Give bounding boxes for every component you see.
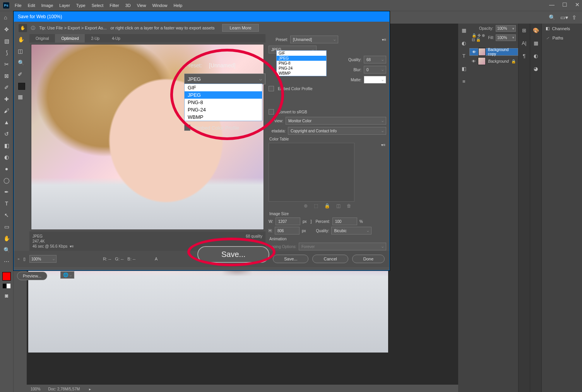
hand-icon[interactable]: ✋ xyxy=(19,24,27,32)
embed-checkbox[interactable] xyxy=(269,86,274,91)
slice-vis-icon[interactable]: ▦ xyxy=(18,94,26,101)
path-tool-icon[interactable]: ↖ xyxy=(2,211,11,219)
stamp-tool-icon[interactable]: ▲ xyxy=(2,118,11,127)
tab-original[interactable]: Original xyxy=(29,34,55,43)
panel-icon[interactable]: A| xyxy=(522,40,526,46)
preview-button[interactable]: Preview... xyxy=(17,272,47,280)
frame-tool-icon[interactable]: ⊠ xyxy=(2,72,11,80)
zoom-select[interactable]: 100%⌵ xyxy=(29,255,56,263)
panel-icon[interactable]: ◧ xyxy=(462,66,466,72)
overlay-embed-checkbox[interactable] xyxy=(184,125,190,131)
type-tool-icon[interactable]: T xyxy=(2,199,11,208)
menu-edit[interactable]: Edit xyxy=(28,3,35,8)
adjust-panel-icon[interactable]: ◐ xyxy=(534,53,538,59)
crop-tool-icon[interactable]: ✂ xyxy=(2,60,11,68)
convert-checkbox[interactable] xyxy=(269,109,274,115)
format-option[interactable]: GIF xyxy=(277,51,326,56)
metadata-select[interactable]: Copyright and Contact Info⌵ xyxy=(288,127,386,135)
save-button[interactable]: Save... xyxy=(273,255,308,263)
percent-input[interactable] xyxy=(332,217,357,225)
preview-select[interactable]: Monitor Color⌵ xyxy=(286,117,386,125)
link-icon[interactable]: ] xyxy=(311,219,312,224)
overlay-format-select[interactable]: JPEG⌵ xyxy=(184,74,265,84)
layer-row[interactable]: 👁 Background copy xyxy=(469,48,518,56)
bw-swatch[interactable] xyxy=(3,284,10,288)
slice-icon[interactable]: ◫ xyxy=(18,48,26,56)
resample-select[interactable]: Bicubic⌵ xyxy=(331,227,371,235)
maximize-icon[interactable]: ☐ xyxy=(562,2,567,8)
width-input[interactable] xyxy=(276,217,300,225)
zoom-icon[interactable]: 🔍 xyxy=(18,60,26,67)
panel-icon[interactable]: ◐ xyxy=(462,40,466,46)
menu-file[interactable]: File xyxy=(15,3,22,8)
brush-tool-icon[interactable]: 🖌 xyxy=(2,106,11,115)
format-option[interactable]: PNG-24 xyxy=(185,106,262,113)
eyedrop-icon[interactable]: ✐ xyxy=(18,71,26,79)
menu-type[interactable]: Type xyxy=(76,3,86,8)
format-option[interactable]: PNG-24 xyxy=(277,66,326,71)
eraser-tool-icon[interactable]: ◧ xyxy=(2,141,11,150)
format-option[interactable]: PNG-8 xyxy=(185,99,262,106)
menu-help[interactable]: Help xyxy=(174,3,183,8)
swatches-panel-icon[interactable]: ▦ xyxy=(534,40,538,46)
move-tool-icon[interactable]: ✥ xyxy=(2,25,11,34)
preset-select[interactable]: [Unnamed]⌵ xyxy=(290,36,338,43)
home-icon[interactable]: ⌂ xyxy=(4,14,10,21)
history-brush-icon[interactable]: ↺ xyxy=(2,130,11,138)
blur-tool-icon[interactable]: ● xyxy=(2,164,11,173)
menu-layer[interactable]: Layer xyxy=(59,3,70,8)
tab-2up[interactable]: 2-Up xyxy=(85,34,106,43)
height-input[interactable] xyxy=(275,227,300,235)
tab-optimized[interactable]: Optimized xyxy=(55,34,85,43)
format-option[interactable]: JPEG xyxy=(185,91,262,99)
zoom-tool-icon[interactable]: 🔍 xyxy=(2,246,11,254)
menu-select[interactable]: Select xyxy=(92,3,104,8)
panel-icon[interactable]: ¶ xyxy=(523,53,526,59)
menu-filter[interactable]: Filter xyxy=(110,3,119,8)
close-icon[interactable]: ✕ xyxy=(575,2,580,8)
overlay-format-list[interactable]: GIF JPEG PNG-8 PNG-24 WBMP xyxy=(184,84,262,121)
status-chevron-icon[interactable]: ▸ xyxy=(89,387,91,391)
ct-icon[interactable]: ◫ xyxy=(336,203,341,209)
lock-icons[interactable]: 🔒 ✜ ⊕ ⊟ 🔓 xyxy=(472,33,486,42)
blur-input[interactable]: 0⌵ xyxy=(364,66,386,74)
format-option[interactable]: WBMP xyxy=(277,71,326,76)
eyedropper-tool-icon[interactable]: ✐ xyxy=(2,83,11,92)
fill-input[interactable]: 100%▾ xyxy=(496,34,516,41)
hand-icon[interactable]: ✋ xyxy=(18,36,26,44)
marquee-tool-icon[interactable]: ▧ xyxy=(2,37,11,45)
color-swatch[interactable] xyxy=(18,83,25,90)
ct-icon[interactable]: ⬚ xyxy=(314,203,318,209)
styles-panel-icon[interactable]: ◕ xyxy=(534,66,538,72)
pen-tool-icon[interactable]: ✒ xyxy=(2,188,11,196)
menu-view[interactable]: View xyxy=(137,3,146,8)
gradient-tool-icon[interactable]: ◐ xyxy=(2,153,11,161)
panel-icon[interactable]: T xyxy=(462,53,466,59)
panel-icon[interactable]: ⊞ xyxy=(522,27,526,33)
panel-icon[interactable]: ▦ xyxy=(462,27,466,33)
hand-tool-icon[interactable]: ✋ xyxy=(2,234,11,243)
menu-window[interactable]: Window xyxy=(152,3,167,8)
tab-4up[interactable]: 4-Up xyxy=(106,34,127,43)
ct-icon[interactable]: ⊕ xyxy=(304,203,308,209)
format-option[interactable]: PNG-8 xyxy=(277,61,326,66)
matte-select[interactable]: ⌵ xyxy=(364,76,386,84)
workspace-icon[interactable]: ▭▾ xyxy=(560,14,567,21)
color-panel-icon[interactable]: 🎨 xyxy=(533,27,539,33)
browser-select[interactable]: 🌐 ⌵ xyxy=(60,271,74,279)
colortable-menu-icon[interactable]: ▾≡ xyxy=(381,143,385,147)
opacity-input[interactable]: 100%▾ xyxy=(496,25,516,32)
lasso-tool-icon[interactable]: ⟆ xyxy=(2,48,11,57)
ct-icon[interactable]: 🔒 xyxy=(324,203,330,209)
cancel-button[interactable]: Cancel xyxy=(312,255,348,263)
channels-tab[interactable]: ◧Channels xyxy=(542,24,582,33)
foreground-swatch[interactable] xyxy=(2,272,11,281)
menu-image[interactable]: Image xyxy=(41,3,53,8)
annotation-save-button[interactable]: Save... xyxy=(197,246,269,263)
eye-icon[interactable]: 👁 xyxy=(472,50,476,54)
format-option[interactable]: JPEG xyxy=(277,56,326,61)
format-option[interactable]: WBMP xyxy=(185,113,262,121)
panel-icon[interactable]: ≡ xyxy=(462,79,466,84)
toggle-icon[interactable]: ▫ xyxy=(18,257,19,261)
heal-tool-icon[interactable]: ✚ xyxy=(2,95,11,103)
